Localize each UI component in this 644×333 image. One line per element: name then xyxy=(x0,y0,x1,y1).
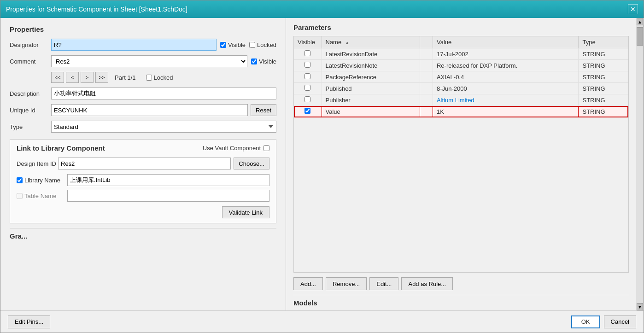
row-spacer-cell xyxy=(420,71,433,83)
part-locked-label: Locked xyxy=(146,74,173,81)
properties-title: Properties xyxy=(10,25,276,33)
designator-input[interactable] xyxy=(51,39,217,51)
publisher-link[interactable]: Altium Limited xyxy=(437,97,474,104)
nav-last-btn[interactable]: >> xyxy=(95,72,108,83)
row-type-cell: STRING xyxy=(579,60,628,71)
add-button[interactable]: Add... xyxy=(293,277,323,290)
table-row[interactable]: Value1KSTRING xyxy=(294,106,628,117)
reset-button[interactable]: Reset xyxy=(251,104,276,116)
row-visible-checkbox[interactable] xyxy=(304,73,310,79)
row-visible-cell[interactable] xyxy=(294,60,322,71)
row-type-cell: STRING xyxy=(579,48,628,60)
validate-row: Validate Link xyxy=(17,206,269,218)
row-value-cell: 8-Jun-2000 xyxy=(433,83,579,94)
row-spacer-cell xyxy=(420,48,433,60)
type-select[interactable]: Standard Mechanical Graphical xyxy=(51,121,276,133)
table-name-row: Table Name xyxy=(17,190,269,202)
unique-id-row: Unique Id Reset xyxy=(10,104,276,116)
library-name-input[interactable] xyxy=(67,174,269,186)
library-name-checkbox[interactable] xyxy=(17,177,23,183)
scroll-down-arrow[interactable]: ▼ xyxy=(637,303,643,310)
row-spacer-cell xyxy=(420,83,433,94)
table-name-label: Table Name xyxy=(17,193,67,199)
unique-id-input[interactable] xyxy=(51,104,248,116)
nav-next-btn[interactable]: > xyxy=(81,72,94,83)
table-name-input[interactable] xyxy=(67,190,269,202)
row-spacer-cell xyxy=(420,60,433,71)
edit-button[interactable]: Edit... xyxy=(369,277,398,290)
col-empty xyxy=(420,36,433,48)
ok-button[interactable]: OK xyxy=(571,315,600,328)
comment-row: Comment Res2 Visible xyxy=(10,55,276,67)
row-visible-checkbox[interactable] xyxy=(304,50,310,56)
row-visible-cell[interactable] xyxy=(294,71,322,83)
row-visible-cell[interactable] xyxy=(294,94,322,106)
bottom-bar: Edit Pins... OK Cancel xyxy=(0,310,644,333)
designator-locked-checkbox[interactable] xyxy=(249,42,255,48)
table-name-checkbox[interactable] xyxy=(17,193,23,199)
left-panel: Properties Designator Visible Locked Com… xyxy=(0,18,286,310)
table-row[interactable]: Published8-Jun-2000STRING xyxy=(294,83,628,94)
bottom-right-buttons: OK Cancel xyxy=(571,315,636,328)
row-name-cell: LatestRevisionNote xyxy=(322,60,420,71)
dialog-root: Properties for Schematic Component in Sh… xyxy=(0,0,644,333)
table-row[interactable]: LatestRevisionDate17-Jul-2002STRING xyxy=(294,48,628,60)
parameters-table: Visible Name ▲ Value Type LatestRevision… xyxy=(294,36,628,117)
row-type-cell: STRING xyxy=(579,83,628,94)
link-library-title: Link to Library Component xyxy=(17,144,105,152)
designator-locked-label: Locked xyxy=(249,41,276,48)
close-button[interactable]: ✕ xyxy=(628,4,638,14)
unique-id-label: Unique Id xyxy=(10,107,51,114)
models-title: Models xyxy=(293,299,317,307)
parameters-table-container[interactable]: Visible Name ▲ Value Type LatestRevision… xyxy=(293,36,629,273)
table-row[interactable]: LatestRevisionNoteRe-released for DXP Pl… xyxy=(294,60,628,71)
row-value-cell: Altium Limited xyxy=(433,94,579,106)
nav-first-btn[interactable]: << xyxy=(51,72,64,83)
params-buttons-row: Add... Remove... Edit... Add as Rule... xyxy=(293,273,629,295)
row-visible-cell[interactable] xyxy=(294,106,322,117)
edit-pins-button[interactable]: Edit Pins... xyxy=(8,315,50,328)
design-item-input[interactable] xyxy=(58,158,231,169)
designator-label: Designator xyxy=(10,41,51,48)
row-name-cell: Value xyxy=(322,106,420,117)
table-row[interactable]: PublisherAltium LimitedSTRING xyxy=(294,94,628,106)
row-visible-checkbox[interactable] xyxy=(304,96,310,102)
description-label: Description xyxy=(10,90,51,97)
add-rule-button[interactable]: Add as Rule... xyxy=(401,277,453,290)
row-visible-cell[interactable] xyxy=(294,48,322,60)
scroll-bar[interactable]: ▲ ▼ xyxy=(636,18,644,310)
col-name[interactable]: Name ▲ xyxy=(322,36,420,48)
validate-link-button[interactable]: Validate Link xyxy=(222,206,269,218)
table-header-row: Visible Name ▲ Value Type xyxy=(294,36,628,48)
choose-button[interactable]: Choose... xyxy=(234,158,269,169)
col-type: Type xyxy=(579,36,628,48)
scroll-up-arrow[interactable]: ▲ xyxy=(637,18,643,25)
row-visible-checkbox[interactable] xyxy=(304,108,310,114)
row-spacer-cell xyxy=(420,106,433,117)
comment-select[interactable]: Res2 xyxy=(51,55,247,67)
part-locked-checkbox[interactable] xyxy=(146,75,152,81)
scroll-thumb[interactable] xyxy=(637,27,643,46)
remove-button[interactable]: Remove... xyxy=(326,277,367,290)
row-visible-checkbox[interactable] xyxy=(304,85,310,91)
cancel-button[interactable]: Cancel xyxy=(604,315,636,328)
comment-visible-checkbox[interactable] xyxy=(251,58,257,64)
sort-indicator: ▲ xyxy=(345,40,350,45)
row-visible-cell[interactable] xyxy=(294,83,322,94)
designator-visible-label: Visible xyxy=(220,41,246,48)
designator-visible-checkbox[interactable] xyxy=(220,42,226,48)
row-value-cell: Re-released for DXP Platform. xyxy=(433,60,579,71)
parameters-title: Parameters xyxy=(293,23,629,31)
library-name-row: Library Name xyxy=(17,174,269,186)
table-name-text: Table Name xyxy=(24,193,56,199)
nav-prev-btn[interactable]: < xyxy=(66,72,79,83)
vault-row: Use Vault Component xyxy=(203,145,269,152)
row-visible-checkbox[interactable] xyxy=(304,62,310,68)
description-input[interactable] xyxy=(51,88,276,99)
models-section: Models xyxy=(293,295,629,307)
table-row[interactable]: PackageReferenceAXIAL-0.4STRING xyxy=(294,71,628,83)
vault-checkbox[interactable] xyxy=(263,145,269,151)
row-value-cell: 17-Jul-2002 xyxy=(433,48,579,60)
type-row: Type Standard Mechanical Graphical xyxy=(10,121,276,133)
part-locked-text: Locked xyxy=(154,74,173,81)
